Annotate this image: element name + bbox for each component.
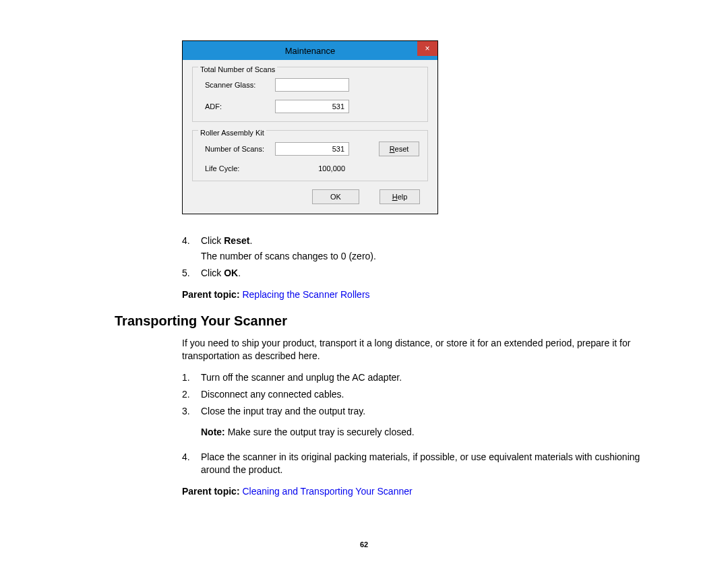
label-scanner-glass: Scanner Glass: [201,81,275,89]
row-life-cycle: Life Cycle: 100,000 [201,164,419,173]
tstep-2: 2. Disconnect any connected cables. [182,388,647,401]
step-text: Place the scanner in its original packin… [201,451,647,476]
section-body: If you need to ship your product, transp… [182,337,647,497]
step-text: Disconnect any connected cables. [201,388,647,401]
group-legend-roller: Roller Assembly Kit [198,129,266,137]
help-button[interactable]: Help [380,189,420,204]
input-num-scans[interactable] [275,142,349,156]
section-heading-transporting: Transporting Your Scanner [115,313,674,329]
parent-topic-1: Parent topic: Replacing the Scanner Roll… [182,289,647,300]
step-5: 5. Click OK. [182,267,647,280]
parent-topic-label: Parent topic: [182,289,242,300]
step-4: 4. Click Reset. The number of scans chan… [182,235,647,263]
step-text: Click Reset. The number of scans changes… [201,235,647,263]
tstep-1: 1. Turn off the scanner and unplug the A… [182,371,647,384]
step-num: 4. [182,235,201,263]
input-scanner-glass[interactable] [275,78,349,92]
label-adf: ADF: [201,102,275,111]
close-icon: × [425,44,429,53]
step-4-sub: The number of scans changes to 0 (zero). [201,250,647,263]
label-life-cycle: Life Cycle: [201,164,275,173]
value-life-cycle: 100,000 [275,164,349,173]
tstep-3: 3. Close the input tray and the output t… [182,405,647,447]
step-text: Turn off the scanner and unplug the AC a… [201,371,647,384]
step-num: 5. [182,267,201,280]
page-number: 62 [0,540,728,549]
row-scanner-glass: Scanner Glass: [201,78,419,92]
ok-button[interactable]: OK [312,189,359,204]
close-button[interactable]: × [417,41,437,56]
input-adf[interactable] [275,100,349,113]
group-total-scans: Total Number of Scans Scanner Glass: ADF… [192,67,428,122]
step-text: Close the input tray and the output tray… [201,405,647,447]
parent-topic-2: Parent topic: Cleaning and Transporting … [182,486,647,497]
label-num-scans: Number of Scans: [201,145,275,153]
maintenance-dialog: Maintenance × Total Number of Scans Scan… [182,40,438,214]
reset-button[interactable]: Reset [379,142,419,156]
dialog-titlebar: Maintenance × [183,41,437,60]
maintenance-dialog-figure: Maintenance × Total Number of Scans Scan… [182,40,674,214]
step-num: 1. [182,371,201,384]
row-num-scans: Number of Scans: Reset [201,142,419,156]
parent-topic-link[interactable]: Cleaning and Transporting Your Scanner [242,486,412,497]
dialog-button-row: OK Help [192,189,428,204]
parent-topic-link[interactable]: Replacing the Scanner Rollers [242,289,369,300]
row-adf: ADF: [201,100,419,113]
group-legend-total: Total Number of Scans [198,65,277,73]
step-num: 2. [182,388,201,401]
steps-block-1: 4. Click Reset. The number of scans chan… [182,235,647,300]
dialog-body: Total Number of Scans Scanner Glass: ADF… [183,60,437,214]
group-roller-kit: Roller Assembly Kit Number of Scans: Res… [192,130,428,181]
step-text: Click OK. [201,267,647,280]
parent-topic-label: Parent topic: [182,486,242,497]
dialog-title: Maintenance [285,46,335,56]
note-text: Note: Make sure the output tray is secur… [201,426,647,439]
step-num: 4. [182,451,201,476]
step-num: 3. [182,405,201,447]
tstep-4: 4. Place the scanner in its original pac… [182,451,647,476]
section-intro: If you need to ship your product, transp… [182,337,647,363]
